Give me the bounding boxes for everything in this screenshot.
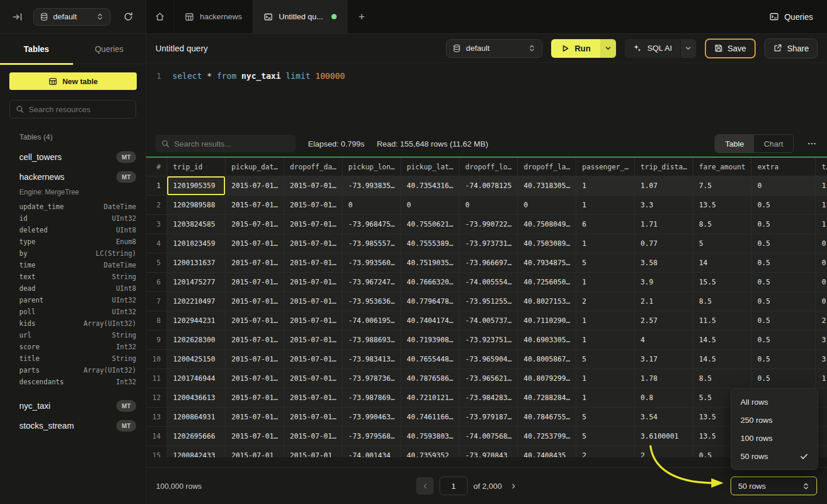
table-cell[interactable]: 2015-07-01… — [226, 253, 284, 273]
column-header[interactable]: passenger_… — [576, 158, 635, 176]
table-cell[interactable]: 0 — [518, 196, 576, 215]
table-cell[interactable]: 0.5 — [752, 350, 816, 369]
table-cell[interactable]: 0.5 — [752, 234, 816, 253]
table-cell[interactable]: 2015-07-01… — [226, 311, 284, 331]
table-cell[interactable]: 40.7555389… — [401, 234, 459, 253]
table-cell[interactable]: 1202628300 — [167, 331, 226, 350]
table-cell[interactable]: 2015-07-01… — [226, 234, 284, 253]
tab-hackernews[interactable]: hackernews — [174, 0, 253, 33]
table-cell[interactable]: 1 — [576, 234, 635, 253]
table-cell[interactable]: 0.5 — [752, 215, 816, 234]
table-cell[interactable]: 1200425150 — [167, 350, 226, 369]
sidebar-table-hackernews[interactable]: hackernews MT — [0, 167, 146, 187]
table-cell[interactable]: 40.7876586… — [401, 369, 459, 388]
table-cell[interactable]: -73.978736… — [342, 369, 401, 388]
table-cell[interactable]: 40.7193908… — [401, 331, 459, 350]
page-size-option[interactable]: 50 rows — [731, 447, 818, 465]
table-cell[interactable]: 0.5 — [752, 292, 816, 311]
sql-code-line[interactable]: select * from nyc_taxi limit 100000 — [172, 71, 345, 131]
table-cell[interactable]: 13.5 — [693, 196, 752, 215]
table-cell[interactable]: -74.0078125 — [459, 176, 518, 196]
table-cell[interactable]: 40.7408435 — [518, 446, 576, 457]
table-cell[interactable]: 2015-07-01… — [284, 196, 342, 215]
table-cell[interactable]: 1 — [816, 215, 827, 234]
column-header[interactable]: pickup_lon… — [342, 158, 401, 176]
table-cell[interactable]: 0.8 — [635, 388, 693, 408]
table-cell[interactable]: 2 — [816, 311, 827, 331]
table-cell[interactable]: 1201475277 — [167, 273, 226, 292]
table-cell[interactable]: 3.3 — [635, 196, 693, 215]
table-cell[interactable]: 0 — [342, 196, 401, 215]
table-cell[interactable]: 1200436613 — [167, 388, 226, 408]
table-cell[interactable]: 1202944231 — [167, 311, 226, 331]
table-cell[interactable]: 2015-07-01… — [284, 427, 342, 446]
run-button[interactable]: Run — [551, 39, 600, 58]
table-cell[interactable]: -73.988693… — [342, 331, 401, 350]
table-cell[interactable]: 2015-07-01… — [226, 215, 284, 234]
queries-button[interactable]: Queries — [769, 12, 813, 22]
page-input[interactable] — [440, 477, 468, 495]
table-cell[interactable]: 40.8005867… — [518, 350, 576, 369]
table-cell[interactable]: -73.973731… — [459, 234, 518, 253]
table-cell[interactable]: 40.7503089… — [518, 234, 576, 253]
table-cell[interactable]: -73.966697… — [459, 253, 518, 273]
table-cell[interactable]: 40.7256050… — [518, 273, 576, 292]
table-cell[interactable]: 2015-07-01… — [284, 176, 342, 196]
table-cell[interactable]: 3.9 — [635, 273, 693, 292]
prev-page-button[interactable] — [416, 477, 434, 495]
table-cell[interactable]: 40.7354316… — [401, 176, 459, 196]
table-cell[interactable]: 0 — [752, 176, 816, 196]
sidebar-table-nyc-taxi[interactable]: nyc_taxi MT — [0, 396, 146, 416]
refresh-icon[interactable] — [121, 9, 136, 24]
table-cell[interactable]: 3.6100001 — [635, 427, 693, 446]
table-cell[interactable]: -73.967247… — [342, 273, 401, 292]
table-cell[interactable]: 5 — [693, 234, 752, 253]
table-cell[interactable]: 40.7508049… — [518, 215, 576, 234]
table-cell[interactable]: 0 — [816, 234, 827, 253]
table-cell[interactable]: 2015-07-01 — [226, 446, 284, 457]
column-header[interactable]: dropoff_da… — [284, 158, 342, 176]
table-cell[interactable]: 40.8027153… — [518, 292, 576, 311]
page-size-option[interactable]: All rows — [731, 393, 818, 411]
table-cell[interactable]: 2015-07-01… — [284, 350, 342, 369]
table-cell[interactable]: -73.993835… — [342, 176, 401, 196]
table-cell[interactable]: 2015-07-01… — [284, 388, 342, 408]
table-cell[interactable]: 8.5 — [693, 215, 752, 234]
sql-editor[interactable]: 1 select * from nyc_taxi limit 100000 — [146, 63, 827, 131]
table-cell[interactable]: 40.7288284… — [518, 388, 576, 408]
table-cell[interactable]: 1 — [816, 369, 827, 388]
view-toggle-table[interactable]: Table — [715, 135, 754, 152]
table-cell[interactable]: 3.17 — [635, 350, 693, 369]
table-cell[interactable]: 1.07 — [635, 176, 693, 196]
sidebar-tab-tables[interactable]: Tables — [0, 34, 73, 64]
table-cell[interactable]: 3 — [816, 350, 827, 369]
table-cell[interactable]: 1202210497 — [167, 292, 226, 311]
tab-untitled-query[interactable]: Untitled qu... — [253, 0, 348, 33]
column-header[interactable]: pickup_lat… — [401, 158, 459, 176]
page-size-option[interactable]: 250 rows — [731, 411, 818, 429]
sidebar-tab-queries[interactable]: Queries — [73, 34, 146, 64]
sidebar-table-cell-towers[interactable]: cell_towers MT — [0, 147, 146, 167]
table-cell[interactable]: 1201023459 — [167, 234, 226, 253]
table-cell[interactable]: 2015-07-01… — [226, 331, 284, 350]
table-cell[interactable]: 0 — [459, 196, 518, 215]
table-cell[interactable]: 2015-07-01 — [284, 446, 342, 457]
table-cell[interactable]: 1 — [576, 331, 635, 350]
table-cell[interactable]: 0.5 — [752, 253, 816, 273]
table-cell[interactable]: 1.71 — [635, 215, 693, 234]
more-options-icon[interactable] — [806, 137, 818, 151]
table-cell[interactable]: 40.7796478… — [401, 292, 459, 311]
sql-ai-options-button[interactable] — [680, 39, 696, 58]
table-cell[interactable]: 2015-07-01… — [226, 196, 284, 215]
table-cell[interactable]: 40.7666320… — [401, 273, 459, 292]
sidebar-table-stocks-stream[interactable]: stocks_stream MT — [0, 416, 146, 436]
table-cell[interactable]: 0.5 — [752, 273, 816, 292]
column-header[interactable]: fare_amount — [693, 158, 752, 176]
column-header[interactable]: extra — [752, 158, 816, 176]
table-cell[interactable]: 2015-07-01… — [226, 388, 284, 408]
collapse-sidebar-icon[interactable] — [10, 9, 25, 25]
table-cell[interactable]: 1 — [576, 176, 635, 196]
table-cell[interactable]: 40.7253799… — [518, 427, 576, 446]
table-cell[interactable]: 1202695666 — [167, 427, 226, 446]
table-cell[interactable]: 2015-07-01… — [226, 273, 284, 292]
